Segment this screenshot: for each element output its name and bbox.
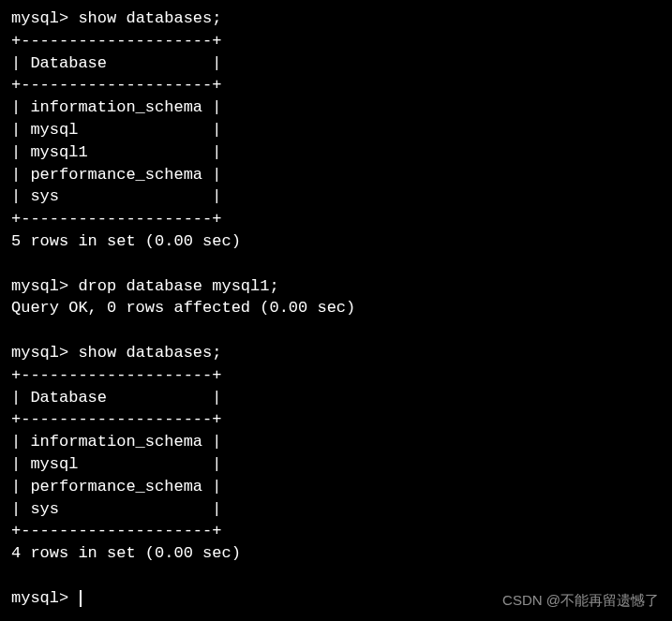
prompt-line-3: mysql> show databases; [11,342,661,364]
command-drop-database: drop database mysql1; [78,277,278,295]
table1-row: | performance_schema | [11,164,661,186]
table2-border-mid: +--------------------+ [11,408,661,431]
table2-footer: 4 rows in set (0.00 sec) [11,542,661,565]
table1-row: | mysql1 | [11,141,661,164]
mysql-prompt: mysql> [11,277,78,295]
table1-footer: 5 rows in set (0.00 sec) [11,230,661,253]
table2-row: | sys | [11,498,661,521]
table1-row: | sys | [11,185,661,208]
blank-line [11,319,661,342]
table1-header: | Database | [11,52,661,75]
table1-row: | mysql | [11,119,661,141]
table2-border-top: +--------------------+ [11,364,661,387]
prompt-line-2: mysql> drop database mysql1; [11,275,661,298]
table2-row: | information_schema | [11,431,661,453]
command-show-databases-1: show databases; [78,9,221,27]
table2-row: | mysql | [11,453,661,476]
watermark-text: CSDN @不能再留遗憾了 [502,590,659,610]
prompt-line-1: mysql> show databases; [11,7,661,30]
table1-border-bot: +--------------------+ [11,208,661,230]
command-show-databases-2: show databases; [78,344,221,362]
mysql-prompt: mysql> [11,9,78,27]
mysql-prompt: mysql> [11,589,78,607]
blank-line [11,565,661,587]
drop-result: Query OK, 0 rows affected (0.00 sec) [11,297,661,319]
table1-border-top: +--------------------+ [11,30,661,52]
blank-line [11,253,661,275]
table1-border-mid: +--------------------+ [11,74,661,96]
table1-row: | information_schema | [11,96,661,119]
table2-border-bot: +--------------------+ [11,520,661,542]
table2-header: | Database | [11,387,661,409]
table2-row: | performance_schema | [11,476,661,498]
mysql-prompt: mysql> [11,344,78,362]
cursor-icon [80,590,82,607]
